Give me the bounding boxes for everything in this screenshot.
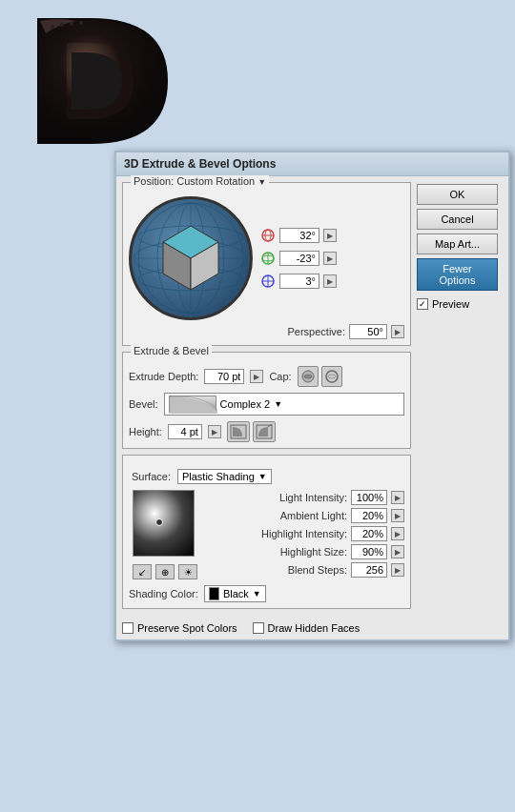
extrude-depth-input[interactable] [204,369,244,384]
extrude-depth-label: Extrude Depth: [129,371,198,382]
extrude-depth-step[interactable]: ▶ [250,370,263,383]
position-dropdown-arrow: ▼ [258,177,266,187]
perspective-input[interactable] [349,324,387,339]
extrude-depth-row: Extrude Depth: ▶ Cap: [129,366,404,387]
preview-label: Preview [432,298,469,310]
surface-icon-1[interactable]: ↙ [133,564,152,579]
light-intensity-row: Light Intensity: ▶ [205,490,404,505]
light-handle[interactable] [155,518,163,526]
position-dropdown[interactable]: Custom Rotation ▼ [176,175,266,187]
perspective-label: Perspective: [287,326,345,337]
dialog-body: Position: Custom Rotation ▼ [116,176,508,639]
rotation-x-input[interactable]: 32° [279,228,319,243]
position-section-label: Position: Custom Rotation ▼ [131,175,269,187]
svg-point-1 [60,23,64,27]
highlight-intensity-input[interactable] [351,526,387,541]
svg-point-25 [304,375,312,378]
surface-content: ↙ ⊕ ☀ Light Intensity: ▶ [129,490,404,579]
surface-dropdown-arrow: ▼ [258,472,267,481]
surface-type-dropdown[interactable]: Plastic Shading ▼ [177,469,272,484]
rotation-z-step[interactable]: ▶ [323,274,337,288]
surface-icon-3[interactable]: ☀ [178,564,197,579]
draw-hidden-faces-item: Draw Hidden Faces [253,622,360,634]
rotation-area: 32° ▶ -23° [129,196,404,320]
highlight-intensity-row: Highlight Intensity: ▶ [205,526,404,541]
rotation-sphere[interactable] [129,196,253,320]
cap-off-button[interactable] [321,366,342,387]
blend-steps-row: Blend Steps: ▶ [205,562,404,578]
sphere-container[interactable] [129,196,253,320]
preserve-spot-colors-checkbox[interactable] [122,622,134,634]
bevel-label: Bevel: [129,398,158,410]
highlight-intensity-step[interactable]: ▶ [391,527,404,540]
rotation-x-icon [260,228,276,243]
light-intensity-input[interactable] [351,490,387,505]
rotation-z-input[interactable]: 3° [279,274,319,289]
highlight-size-label: Highlight Size: [280,546,347,558]
ambient-light-row: Ambient Light: ▶ [205,508,404,523]
light-intensity-label: Light Intensity: [279,492,347,503]
svg-point-0 [51,25,54,29]
rotation-z-icon [260,274,276,289]
bevel-direction-icons [227,421,276,442]
perspective-step[interactable]: ▶ [391,325,404,338]
ok-button[interactable]: OK [417,184,498,205]
preserve-spot-colors-item: Preserve Spot Colors [122,622,237,634]
surface-section: Surface: Plastic Shading ▼ ↙ [122,455,411,609]
preserve-spot-colors-label: Preserve Spot Colors [137,622,237,634]
shading-color-dropdown[interactable]: Black ▼ [204,585,266,602]
shading-color-value: Black [223,588,249,599]
ambient-light-input[interactable] [351,508,387,523]
svg-point-2 [70,22,73,26]
surface-icon-2[interactable]: ⊕ [155,564,175,579]
rotation-y-row: -23° ▶ [260,251,337,266]
surface-controls: Light Intensity: ▶ Ambient Light: ▶ High… [205,490,404,579]
position-section: Position: Custom Rotation ▼ [122,182,411,346]
surface-bottom-icons: ↙ ⊕ ☀ [129,564,197,579]
rotation-y-input[interactable]: -23° [279,251,319,266]
map-art-button[interactable]: Map Art... [417,233,498,254]
surface-section-label: Surface: [129,471,174,482]
rotation-x-step[interactable]: ▶ [323,229,337,242]
highlight-size-step[interactable]: ▶ [391,545,404,558]
surface-type-value: Plastic Shading [182,471,255,482]
shading-color-swatch [209,587,219,600]
shading-color-label: Shading Color: [129,588,198,599]
dialog-right: OK Cancel Map Art... Fewer Options ✓ Pre… [417,182,503,634]
rotation-controls: 32° ▶ -23° [260,228,337,289]
draw-hidden-faces-checkbox[interactable] [253,622,264,634]
light-intensity-step[interactable]: ▶ [391,491,404,504]
cap-label: Cap: [269,371,291,382]
cancel-button[interactable]: Cancel [417,209,498,230]
ambient-light-step[interactable]: ▶ [391,509,404,522]
preview-checkbox[interactable]: ✓ [417,298,428,310]
extrude-section: Extrude & Bevel Extrude Depth: ▶ Cap: [122,352,411,449]
rotation-x-row: 32° ▶ [260,228,337,243]
fewer-options-button[interactable]: Fewer Options [417,258,498,291]
svg-point-3 [79,21,83,25]
ambient-light-label: Ambient Light: [280,510,347,521]
bevel-dropdown-arrow: ▼ [274,399,282,409]
blend-steps-step[interactable]: ▶ [391,563,404,577]
highlight-size-row: Highlight Size: ▶ [205,544,404,559]
highlight-size-input[interactable] [351,544,387,559]
rotation-y-step[interactable]: ▶ [323,252,337,265]
shading-color-row: Shading Color: Black ▼ [129,585,404,602]
height-step[interactable]: ▶ [208,425,221,438]
bevel-value: Complex 2 [220,398,271,410]
blend-steps-input[interactable] [351,562,387,578]
bevel-preview [169,396,216,413]
extrude-section-label: Extrude & Bevel [131,345,212,356]
bevel-row: Bevel: Complex 2 ▼ [129,393,404,416]
logo-area [19,10,191,157]
height-input[interactable] [168,424,202,439]
bevel-in-button[interactable] [227,421,250,442]
cube-svg [154,221,228,295]
logo-icon [19,10,172,152]
bevel-select[interactable]: Complex 2 ▼ [164,393,404,416]
surface-preview[interactable] [133,490,195,557]
bevel-out-button[interactable] [253,421,276,442]
cap-on-button[interactable] [298,366,319,387]
svg-point-27 [328,375,336,378]
dialog: 3D Extrude & Bevel Options Position: Cus… [114,151,510,641]
